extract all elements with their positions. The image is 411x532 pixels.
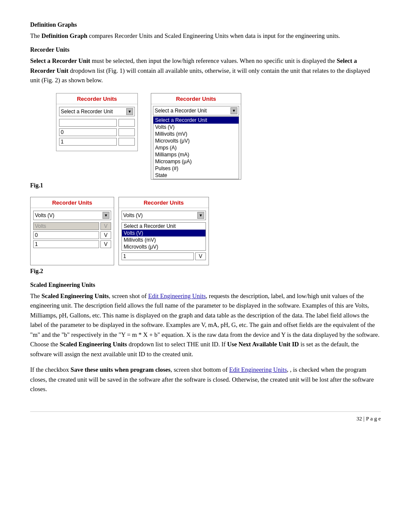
recorder-units-section: Recorder Units Select a Recorder Unit mu…: [30, 47, 381, 85]
page-number: 32 | P a g e: [356, 415, 381, 422]
fig2-figures-row: Recorder Units Volts (V) ▼ Volts V 0 V 1…: [30, 197, 381, 265]
fig1-left-row2: 0: [59, 128, 135, 136]
fig1-left-dropdown-value: Select a Recorder Unit: [61, 109, 126, 115]
fig2-left-row3-input[interactable]: 1: [33, 240, 99, 248]
page-footer: 32 | P a g e: [30, 411, 381, 422]
fig2-list-item-1[interactable]: Volts (V): [122, 230, 206, 236]
fig2-left-title: Recorder Units: [31, 197, 114, 208]
fig1-left-title: Recorder Units: [56, 93, 137, 104]
scaled-engineering-body1: The Scaled Engineering Units, screen sho…: [30, 291, 381, 359]
definition-graphs-body: The Definition Graph compares Recorder U…: [30, 31, 381, 40]
fig1-list-item-7[interactable]: Pulses (#): [153, 165, 239, 172]
fig1-list-item-3[interactable]: Microvolts (μV): [153, 137, 239, 144]
fig2-dropdown-list: Select a Recorder Unit Volts (V) Millivo…: [121, 222, 206, 251]
fig1-list-item-6[interactable]: Microamps (μA): [153, 158, 239, 165]
fig2-right-body: Volts (V) ▼ Select a Recorder Unit Volts…: [119, 208, 209, 265]
fig2-left-row1: Volts V: [33, 222, 111, 230]
fig2-left-dropdown[interactable]: Volts (V) ▼: [33, 211, 111, 220]
recorder-units-heading: Recorder Units: [30, 47, 381, 53]
definition-graphs-section: Definition Graphs The Definition Graph c…: [30, 22, 381, 40]
fig2-right-dropdown-value: Volts (V): [123, 212, 197, 218]
fig2-left-body: Volts (V) ▼ Volts V 0 V 1 V: [31, 208, 114, 253]
fig1-right-dropdown[interactable]: Select a Recorder Unit ▼: [153, 106, 239, 115]
edit-engineering-units-link2[interactable]: Edit Engineering Units: [229, 366, 287, 373]
edit-engineering-units-link1[interactable]: Edit Engineering Units: [148, 292, 206, 299]
fig1-list-item-4[interactable]: Amps (A): [153, 144, 239, 151]
fig1-left-body: Select a Recorder Unit ▼ 0 1: [56, 104, 137, 151]
fig2-right-row3: 1 V: [121, 252, 206, 260]
scaled-engineering-section: Scaled Engineering Units The Scaled Engi…: [30, 282, 381, 394]
fig2-left-row2-label[interactable]: V: [100, 231, 111, 239]
fig2-left-dropdown-arrow[interactable]: ▼: [103, 212, 109, 219]
fig1-left-row3-label[interactable]: [118, 138, 135, 146]
fig1-list-item-8[interactable]: State: [153, 172, 239, 179]
fig1-left-row3-input[interactable]: 1: [59, 138, 117, 146]
fig1-figures-row: Recorder Units Select a Recorder Unit ▼ …: [56, 93, 381, 180]
fig2-right-dropdown[interactable]: Volts (V) ▼: [121, 211, 206, 220]
fig2-list-item-0[interactable]: Select a Recorder Unit: [122, 223, 206, 230]
fig1-right-body: Select a Recorder Unit ▼ Select a Record…: [151, 104, 241, 179]
fig2-left-row2-input[interactable]: 0: [33, 231, 99, 239]
fig1-right-dropdown-value: Select a Recorder Unit: [155, 108, 230, 114]
fig2-list-item-3[interactable]: Microvolts (μV): [122, 243, 206, 250]
fig2-left-row1-label[interactable]: V: [100, 222, 111, 230]
fig1-left-dropdown[interactable]: Select a Recorder Unit ▼: [59, 107, 135, 116]
fig2-label: Fig.2: [30, 268, 381, 275]
fig1-right-title: Recorder Units: [151, 93, 241, 104]
fig1-left-row1: [59, 119, 135, 127]
scaled-engineering-heading: Scaled Engineering Units: [30, 282, 381, 289]
fig2-right-title: Recorder Units: [119, 197, 209, 208]
fig2-left-row3-label[interactable]: V: [100, 240, 111, 248]
fig1-list-item-2[interactable]: Millivolts (mV): [153, 131, 239, 137]
recorder-units-body: Select a Recorder Unit must be selected,…: [30, 56, 381, 85]
fig2-left-row2: 0 V: [33, 231, 111, 239]
fig2-right-dropdown-arrow[interactable]: ▼: [197, 212, 204, 219]
fig1-right-panel: Recorder Units Select a Recorder Unit ▼ …: [151, 93, 241, 180]
fig1-list-item-0[interactable]: Select a Recorder Unit: [153, 117, 239, 124]
fig1-left-row2-input[interactable]: 0: [59, 128, 117, 136]
fig2-right-panel: Recorder Units Volts (V) ▼ Select a Reco…: [118, 197, 209, 265]
fig2-right-row3-label[interactable]: V: [195, 252, 206, 260]
fig1-left-row2-label[interactable]: [118, 128, 135, 136]
scaled-engineering-body2: If the checkbox Save these units when pr…: [30, 365, 381, 394]
fig2-left-row1-input[interactable]: Volts: [33, 222, 99, 230]
fig1-label: Fig.1: [30, 182, 381, 189]
fig1-right-dropdown-arrow[interactable]: ▼: [230, 107, 237, 114]
fig1-list-item-5[interactable]: Milliamps (mA): [153, 151, 239, 158]
fig1-left-panel: Recorder Units Select a Recorder Unit ▼ …: [56, 93, 138, 151]
fig1-left-row3: 1: [59, 138, 135, 146]
fig2-left-dropdown-value: Volts (V): [35, 212, 103, 218]
definition-graphs-heading: Definition Graphs: [30, 22, 381, 28]
fig2-right-row3-input[interactable]: 1: [121, 252, 194, 260]
fig1-dropdown-list: Select a Recorder Unit Volts (V) Millivo…: [153, 116, 239, 179]
fig1-list-item-1[interactable]: Volts (V): [153, 124, 239, 131]
fig1-left-row1-input[interactable]: [59, 119, 117, 127]
fig2-list-item-2[interactable]: Millivolts (mV): [122, 236, 206, 243]
fig2-left-panel: Recorder Units Volts (V) ▼ Volts V 0 V 1…: [30, 197, 114, 265]
fig1-left-dropdown-arrow[interactable]: ▼: [126, 108, 133, 115]
fig1-left-row1-label[interactable]: [118, 119, 135, 127]
fig2-left-row3: 1 V: [33, 240, 111, 248]
